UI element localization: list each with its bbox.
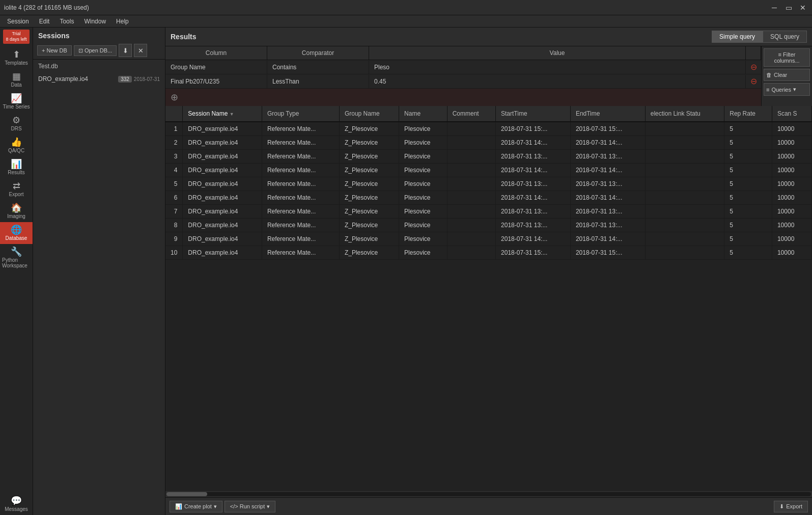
db-date: 2018-07-31 [134,76,160,82]
simple-query-button[interactable]: Simple query [712,31,763,43]
queries-chevron-icon: ▾ [793,86,796,93]
clear-button[interactable]: 🗑 Clear [764,69,810,81]
sidebar-item-export[interactable]: ⇄ Export [0,178,33,200]
cell-session-name: DRO_example.io4 [183,150,262,164]
col-header-comment[interactable]: Comment [447,106,495,122]
minimize-button[interactable]: ─ [769,3,779,13]
filter-column-1[interactable]: Group Name [165,61,267,74]
cell-comment [447,177,495,191]
sidebar-item-results[interactable]: 📊 Results [0,156,33,178]
cell-end-time: 2018-07-31 14:... [570,164,645,177]
table-row[interactable]: 9 DRO_example.io4 Reference Mate... Z_Pl… [165,232,812,246]
table-row[interactable]: 10 DRO_example.io4 Reference Mate... Z_P… [165,246,812,260]
sidebar-item-imaging[interactable]: 🏠 Imaging [0,200,33,222]
results-title: Results [171,33,197,41]
cell-rep-rate: 5 [724,246,772,260]
table-row[interactable]: 5 DRO_example.io4 Reference Mate... Z_Pl… [165,177,812,191]
db-badge: 332 [118,76,132,83]
filter-column-2[interactable]: Final Pb207/U235 [165,75,267,88]
results-header-bar: Results Simple query SQL query [165,28,812,46]
table-row[interactable]: 6 DRO_example.io4 Reference Mate... Z_Pl… [165,191,812,205]
cell-group-name: Z_Plesovice [339,164,399,177]
filter-remove-1[interactable]: ⊖ [746,60,761,74]
cell-scan-s: 10000 [772,191,811,205]
table-row[interactable]: 1 DRO_example.io4 Reference Mate... Z_Pl… [165,122,812,136]
sidebar-item-database[interactable]: 🌐 Database [0,222,33,244]
cell-group-name: Z_Plesovice [339,191,399,205]
sql-query-button[interactable]: SQL query [763,31,807,43]
sidebar-item-drs[interactable]: ⚙ DRS [0,113,33,134]
col-header-scan-s[interactable]: Scan S [772,106,811,122]
create-plot-button[interactable]: 📊 Create plot ▾ [170,501,222,512]
drs-icon: ⚙ [12,116,20,125]
close-db-button[interactable]: ✕ [134,44,147,57]
horizontal-scrollbar[interactable] [165,491,812,497]
col-header-election-link[interactable]: election Link Statu [645,106,724,122]
titlebar: iolite 4 (282 of 16165 MB used) ─ ▭ ✕ [0,0,812,15]
cell-session-name: DRO_example.io4 [183,164,262,177]
cell-rep-rate: 5 [724,205,772,219]
table-row[interactable]: 2 DRO_example.io4 Reference Mate... Z_Pl… [165,136,812,150]
col-header-rep-rate[interactable]: Rep Rate [724,106,772,122]
bottom-actions: 📊 Create plot ▾ </> Run script ▾ [170,501,275,512]
sidebar-item-timeseries[interactable]: 📈 Time Series [0,91,33,113]
cell-session-name: DRO_example.io4 [183,232,262,246]
db-name[interactable]: Test.db [33,60,165,73]
filter-value-1[interactable]: Pleso [369,61,746,74]
download-button[interactable]: ⬇ [119,44,132,57]
cell-group-name: Z_Plesovice [339,177,399,191]
col-header-group-type[interactable]: Group Type [262,106,339,122]
col-header-group-name[interactable]: Group Name [339,106,399,122]
table-row[interactable]: 7 DRO_example.io4 Reference Mate... Z_Pl… [165,205,812,219]
col-header-session-name[interactable]: Session Name ▼ [183,106,262,122]
new-db-button[interactable]: + New DB [37,45,72,56]
cell-session-name: DRO_example.io4 [183,219,262,232]
sidebar-item-qaqc[interactable]: 👍 QA/QC [0,134,33,156]
cell-start-time: 2018-07-31 13:... [496,205,571,219]
db-file-item[interactable]: DRO_example.io4 332 2018-07-31 [33,73,165,85]
filter-comparator-1[interactable]: Contains [267,61,369,74]
queries-icon: ≡ [766,87,769,93]
open-db-button[interactable]: ⊡ Open DB... [74,45,117,56]
cell-comment [447,122,495,136]
menu-help[interactable]: Help [111,17,134,26]
cell-scan-s: 10000 [772,122,811,136]
close-button[interactable]: ✕ [798,3,808,13]
cell-name: Plesovice [399,246,447,260]
menu-tools[interactable]: Tools [54,17,79,26]
menu-window[interactable]: Window [79,17,111,26]
col-header-start-time[interactable]: StartTime [496,106,571,122]
maximize-button[interactable]: ▭ [783,3,794,13]
cell-name: Plesovice [399,219,447,232]
cell-scan-s: 10000 [772,136,811,150]
filter-columns-button[interactable]: ≡ Filter columns... [764,48,810,67]
run-script-button[interactable]: </> Run script ▾ [225,501,275,512]
queries-button[interactable]: ≡ Queries ▾ [764,83,810,96]
sidebar-item-python[interactable]: 🔧 Python Workspace [0,244,33,272]
cell-rownum: 1 [165,122,183,136]
cell-rownum: 5 [165,177,183,191]
menu-edit[interactable]: Edit [34,17,55,26]
filter-remove-2[interactable]: ⊖ [746,74,761,88]
cell-rep-rate: 5 [724,164,772,177]
cell-group-name: Z_Plesovice [339,246,399,260]
sidebar-item-data[interactable]: ▦ Data [0,69,33,91]
col-header-end-time[interactable]: EndTime [570,106,645,122]
table-row[interactable]: 8 DRO_example.io4 Reference Mate... Z_Pl… [165,219,812,232]
cell-name: Plesovice [399,205,447,219]
sidebar-item-messages[interactable]: 💬 Messages [0,493,33,515]
table-row[interactable]: 3 DRO_example.io4 Reference Mate... Z_Pl… [165,150,812,164]
col-header-name[interactable]: Name [399,106,447,122]
cell-session-name: DRO_example.io4 [183,191,262,205]
filter-comparator-2[interactable]: LessThan [267,75,369,88]
menu-session[interactable]: Session [2,17,34,26]
filter-value-2[interactable]: 0.45 [369,75,746,88]
cell-end-time: 2018-07-31 13:... [570,150,645,164]
db-file-name: DRO_example.io4 [38,75,116,83]
filter-add-button[interactable]: ⊕ [171,92,178,103]
cell-name: Plesovice [399,150,447,164]
sidebar-item-templates[interactable]: ⬆ Templates [0,47,33,69]
table-row[interactable]: 4 DRO_example.io4 Reference Mate... Z_Pl… [165,164,812,177]
scroll-thumb[interactable] [166,492,207,496]
export-button[interactable]: ⬇ Export [774,501,808,512]
